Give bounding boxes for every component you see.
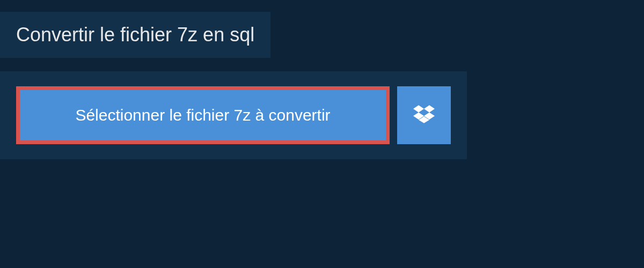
header-bar: Convertir le fichier 7z en sql [0,12,270,58]
page-title: Convertir le fichier 7z en sql [16,24,254,46]
upload-panel: Sélectionner le fichier 7z à convertir [0,71,467,159]
dropbox-button[interactable] [397,86,451,144]
select-file-button[interactable]: Sélectionner le fichier 7z à convertir [16,86,390,144]
select-file-label: Sélectionner le fichier 7z à convertir [75,106,330,124]
dropbox-icon [413,103,435,127]
